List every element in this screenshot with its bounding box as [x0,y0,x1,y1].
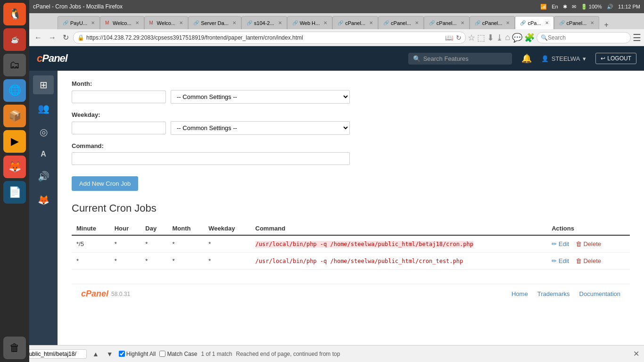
bookmark-icon[interactable]: ☆ [468,33,475,43]
browser-title-bar: cPanel - Cron Jobs - Mozilla Firefox 📶 E… [29,0,644,13]
firefox-icon-taskbar[interactable]: 🦊 [3,156,26,178]
edit-link-2[interactable]: ✏ Edit [552,257,569,264]
search-icon-browser: 🔍 [541,34,548,41]
tab-welco1[interactable]: M Welco... ✕ [100,16,144,29]
tab-close-3[interactable]: ✕ [179,20,183,25]
tab-close-4[interactable]: ✕ [232,20,236,25]
menu-icon[interactable]: ☰ [633,32,641,43]
tab-cpanel-active[interactable]: 🔗 cPa... ✕ [515,16,553,29]
tab-favicon-11: 🔗 [520,20,526,26]
weekday-text-input[interactable] [72,122,166,134]
os-taskbar: 🐧 ☕ 🗂 🌐 📦 ▶ 🦊 📄 🗑 [0,0,29,345]
vlc-icon[interactable]: ▶ [3,130,26,153]
tab-label-11: cPa... [528,20,541,26]
bell-icon[interactable]: 🔔 [521,53,532,64]
footer-version: 58.0.31 [111,291,130,297]
cell-actions-2: ✏ Edit 🗑 Delete [547,253,630,270]
table-header-row: Minute Hour Day Month Weekday Command Ac… [72,222,630,235]
tab-cpanel4[interactable]: 🔗 cPanel... ✕ [470,16,515,29]
col-day: Day [140,222,167,235]
col-weekday: Weekday [204,222,250,235]
sidebar-icon-text[interactable]: A [33,146,54,162]
tab-favicon-8: 🔗 [383,20,389,26]
trash-icon[interactable]: 🗑 [3,337,26,345]
tab-webh[interactable]: 🔗 Web H... ✕ [287,16,333,29]
writer-icon[interactable]: 📄 [3,181,26,204]
browser-search-input[interactable] [548,34,627,41]
tab-welco2[interactable]: M Welco... ✕ [144,16,189,29]
sidebar-icon-globe[interactable]: ◎ [33,123,54,141]
month-select[interactable]: -- Common Settings -- [171,90,350,104]
screenshot-icon[interactable]: ⬚ [477,33,485,43]
logout-button[interactable]: ↩ LOGOUT [595,53,636,64]
tab-server[interactable]: 🔗 Server Da... ✕ [188,16,241,29]
tab-label-12: cPanel... [567,20,587,26]
tab-close-6[interactable]: ✕ [323,20,327,25]
tab-close-8[interactable]: ✕ [415,20,419,25]
cell-minute-2: * [72,253,110,270]
tab-favicon-10: 🔗 [475,20,480,26]
reader-icon[interactable]: 📖 [445,34,453,41]
pocket-icon[interactable]: ⬇ [487,33,494,43]
user-area[interactable]: 👤 STEELWA ▾ [541,55,586,62]
tab-cpanel3[interactable]: 🔗 cPanel... ✕ [424,16,470,29]
new-tab-button[interactable]: + [601,21,611,29]
delete-link-2[interactable]: 🗑 Delete [576,257,601,264]
tab-close-9[interactable]: ✕ [461,20,464,25]
refresh-icon[interactable]: ↻ [456,34,462,41]
java-icon[interactable]: ☕ [3,28,26,51]
edit-link-1[interactable]: ✏ Edit [552,240,569,247]
puzzle-icon[interactable]: 🧩 [524,33,535,43]
tab-close-12[interactable]: ✕ [590,20,594,25]
tab-cpanel1[interactable]: 🔗 cPanel... ✕ [332,16,378,29]
cpanel-search-input[interactable] [423,55,507,62]
month-text-input[interactable] [72,90,166,103]
address-bar: ← → ↻ 🔒 https://104.238.72.29:2083/cpses… [29,29,644,46]
ubuntu-icon[interactable]: 🐧 [3,3,26,25]
download-icon[interactable]: ⤓ [496,33,503,43]
command-label: Command: [72,142,630,149]
add-cron-job-button[interactable]: Add New Cron Job [72,176,138,191]
footer-trademarks-link[interactable]: Trademarks [537,290,570,297]
address-input-wrap[interactable]: 🔒 https://104.238.72.29:2083/cpsess39175… [73,32,466,44]
tab-close-5[interactable]: ✕ [278,20,282,25]
tab-s104[interactable]: 🔗 s104-2... ✕ [241,16,287,29]
section-title-cron-jobs: Current Cron Jobs [72,202,630,214]
home-nav-icon[interactable]: ⌂ [505,33,510,42]
sidebar-icon-users[interactable]: 👥 [33,99,54,118]
sidebar-icon-grid[interactable]: ⊞ [33,75,54,94]
delete-link-1[interactable]: 🗑 Delete [576,240,601,247]
tab-favicon-6: 🔗 [292,20,298,26]
tab-close-7[interactable]: ✕ [369,20,373,25]
browser2-icon[interactable]: 🌐 [3,79,26,102]
tab-close-11[interactable]: ✕ [545,20,549,25]
table-row: */5 * * * * /usr/local/bin/php -q /home/… [72,235,630,253]
browser-title-text: cPanel - Cron Jobs - Mozilla Firefox [33,3,123,10]
tab-favicon-4: 🔗 [193,20,199,26]
weekday-select[interactable]: -- Common Settings -- [171,121,350,135]
sidebar-icon-firefox[interactable]: 🦊 [33,190,54,209]
command-input[interactable] [72,152,350,165]
back-button[interactable]: ← [32,33,44,43]
browser-search-box[interactable]: 🔍 [537,32,631,43]
cell-month-2: * [167,253,204,270]
chat-icon[interactable]: 💬 [512,33,522,43]
tab-close-1[interactable]: ✕ [91,20,95,25]
footer-home-link[interactable]: Home [512,290,528,297]
footer-documentation-link[interactable]: Documentation [579,290,620,297]
tab-close-10[interactable]: ✕ [506,20,510,25]
tab-cpanel2[interactable]: 🔗 cPanel... ✕ [378,16,424,29]
cell-command-2: /usr/local/bin/php -q /home/steelwa/publ… [251,253,547,270]
col-month: Month [167,222,204,235]
tab-favicon-7: 🔗 [338,20,343,26]
tab-favicon-3: M [149,20,155,26]
forward-button[interactable]: → [46,33,58,43]
tab-close-2[interactable]: ✕ [135,20,139,25]
reload-button[interactable]: ↻ [60,32,71,43]
cpanel-search-box[interactable]: 🔍 [408,53,512,65]
files-icon[interactable]: 🗂 [3,54,26,76]
tab-cpanel5[interactable]: 🔗 cPanel... ✕ [554,16,600,29]
sidebar-icon-audio[interactable]: 🔊 [33,167,54,186]
package-icon[interactable]: 📦 [3,105,26,127]
tab-payU[interactable]: 🔗 PayU... ✕ [58,16,100,29]
